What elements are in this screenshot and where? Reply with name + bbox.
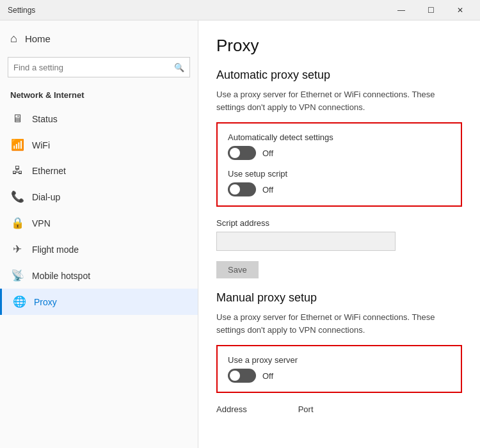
sidebar-item-status[interactable]: 🖥 Status xyxy=(0,106,198,132)
automatic-proxy-box: Automatically detect settings Off Use se… xyxy=(216,122,462,207)
sidebar-item-vpn[interactable]: 🔒 VPN xyxy=(0,210,198,236)
sidebar-label-status: Status xyxy=(32,114,58,124)
port-label: Port xyxy=(298,404,314,414)
sidebar-label-dialup: Dial-up xyxy=(32,192,60,202)
use-proxy-row: Use a proxy server Off xyxy=(228,355,451,383)
auto-detect-label: Automatically detect settings xyxy=(228,132,451,142)
sidebar-item-mobilehotspot[interactable]: 📡 Mobile hotspot xyxy=(0,262,198,289)
ethernet-icon: 🖧 xyxy=(10,164,24,177)
sidebar-label-wifi: WiFi xyxy=(32,140,50,150)
use-proxy-label: Use a proxy server xyxy=(228,355,451,365)
manual-section-desc: Use a proxy server for Ethernet or WiFi … xyxy=(216,311,462,336)
use-proxy-toggle[interactable] xyxy=(228,369,256,383)
sidebar-item-ethernet[interactable]: 🖧 Ethernet xyxy=(0,158,198,184)
window-controls: — ☐ ✕ xyxy=(387,0,475,20)
close-button[interactable]: ✕ xyxy=(445,0,475,20)
home-nav-item[interactable]: ⌂ Home xyxy=(0,20,198,54)
setup-script-label: Use setup script xyxy=(228,169,451,179)
automatic-section-desc: Use a proxy server for Ethernet or WiFi … xyxy=(216,88,462,113)
sidebar-label-proxy: Proxy xyxy=(34,297,57,307)
page-title: Proxy xyxy=(216,36,462,56)
sidebar-label-flightmode: Flight mode xyxy=(32,244,79,255)
minimize-button[interactable]: — xyxy=(387,0,416,20)
auto-detect-toggle-container: Off xyxy=(228,146,451,160)
window-title: Settings xyxy=(8,6,35,15)
sidebar-item-flightmode[interactable]: ✈ Flight mode xyxy=(0,236,198,262)
mobilehotspot-icon: 📡 xyxy=(10,269,24,282)
use-proxy-toggle-container: Off xyxy=(228,369,451,383)
sidebar-label-vpn: VPN xyxy=(32,218,51,228)
script-address-label: Script address xyxy=(216,218,462,228)
sidebar-item-dialup[interactable]: 📞 Dial-up xyxy=(0,184,198,210)
address-port-row: Address Port xyxy=(216,404,462,414)
search-box: 🔍 xyxy=(8,57,190,77)
auto-detect-toggle[interactable] xyxy=(228,146,256,160)
dialup-icon: 📞 xyxy=(10,190,24,204)
auto-detect-knob xyxy=(230,148,240,158)
sidebar-label-ethernet: Ethernet xyxy=(32,166,66,176)
main-content: Proxy Automatic proxy setup Use a proxy … xyxy=(198,20,480,448)
setup-script-state: Off xyxy=(262,185,273,195)
setup-script-knob xyxy=(230,184,240,195)
status-icon: 🖥 xyxy=(10,113,24,125)
address-label: Address xyxy=(216,404,247,414)
use-proxy-knob xyxy=(230,371,240,381)
home-label: Home xyxy=(25,33,51,44)
use-proxy-state: Off xyxy=(262,371,273,381)
search-icon[interactable]: 🔍 xyxy=(169,57,189,77)
proxy-icon: 🌐 xyxy=(12,295,26,308)
setup-script-row: Use setup script Off xyxy=(228,169,451,196)
home-icon: ⌂ xyxy=(10,32,17,45)
settings-window: Settings — ☐ ✕ ⌂ Home 🔍 Network & Intern… xyxy=(0,0,480,448)
sidebar-item-proxy[interactable]: 🌐 Proxy xyxy=(0,289,198,315)
search-input[interactable] xyxy=(8,63,169,72)
vpn-icon: 🔒 xyxy=(10,216,24,230)
titlebar: Settings — ☐ ✕ xyxy=(0,0,480,20)
sidebar: ⌂ Home 🔍 Network & Internet 🖥 Status 📶 W… xyxy=(0,20,198,448)
save-button[interactable]: Save xyxy=(216,261,259,278)
app-content: ⌂ Home 🔍 Network & Internet 🖥 Status 📶 W… xyxy=(0,20,480,448)
setup-script-toggle[interactable] xyxy=(228,182,256,196)
manual-proxy-box: Use a proxy server Off xyxy=(216,345,462,393)
sidebar-item-wifi[interactable]: 📶 WiFi xyxy=(0,132,198,158)
flightmode-icon: ✈ xyxy=(10,243,24,256)
setup-script-toggle-container: Off xyxy=(228,182,451,196)
script-address-group: Script address xyxy=(216,218,462,251)
sidebar-label-mobilehotspot: Mobile hotspot xyxy=(32,271,90,281)
maximize-button[interactable]: ☐ xyxy=(416,0,445,20)
manual-section-title: Manual proxy setup xyxy=(216,291,462,305)
sidebar-section-title: Network & Internet xyxy=(0,85,198,106)
auto-detect-row: Automatically detect settings Off xyxy=(228,132,451,160)
wifi-icon: 📶 xyxy=(10,138,24,152)
auto-detect-state: Off xyxy=(262,148,273,158)
automatic-section-title: Automatic proxy setup xyxy=(216,68,462,82)
script-address-input[interactable] xyxy=(216,232,396,251)
